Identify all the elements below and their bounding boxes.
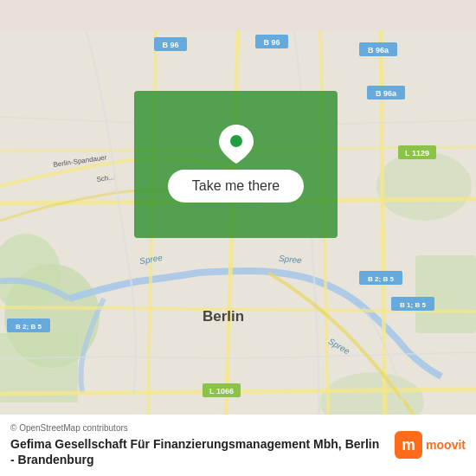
svg-point-39 — [230, 135, 242, 147]
svg-text:Berlin: Berlin — [203, 308, 244, 325]
svg-text:B 96: B 96 — [263, 38, 280, 47]
svg-text:Spree: Spree — [279, 254, 303, 265]
moovit-icon: m — [395, 431, 422, 459]
svg-point-4 — [376, 151, 472, 221]
bottom-bar-info: © OpenStreetMap contributors Gefima Gese… — [10, 423, 386, 467]
moovit-label: moovit — [426, 438, 466, 452]
moovit-logo: m moovit — [395, 431, 466, 459]
svg-text:B 2; B 5: B 2; B 5 — [368, 275, 394, 283]
map-container: B 96 B 96 B 96a B 96a L 1129 B 2; B 5 B … — [0, 0, 476, 476]
svg-text:B 96: B 96 — [162, 41, 178, 49]
take-me-there-button[interactable]: Take me there — [168, 170, 304, 203]
osm-credit: © OpenStreetMap contributors — [10, 423, 386, 433]
svg-text:L 1066: L 1066 — [209, 387, 234, 396]
place-name: Gefima Gesellschaft Für Finanzierungsman… — [10, 436, 386, 467]
svg-text:L 1129: L 1129 — [405, 149, 429, 158]
svg-rect-3 — [415, 255, 476, 333]
svg-text:B 2; B 5: B 2; B 5 — [16, 323, 42, 331]
svg-text:B 96a: B 96a — [368, 46, 389, 55]
bottom-bar: © OpenStreetMap contributors Gefima Gese… — [0, 415, 476, 476]
svg-text:B 1; B 5: B 1; B 5 — [400, 301, 426, 309]
map-background: B 96 B 96 B 96a B 96a L 1129 B 2; B 5 B … — [0, 0, 476, 476]
location-pin — [219, 126, 254, 161]
svg-text:B 96a: B 96a — [376, 89, 397, 98]
svg-text:m: m — [402, 437, 415, 454]
map-highlight: Take me there — [134, 91, 338, 238]
